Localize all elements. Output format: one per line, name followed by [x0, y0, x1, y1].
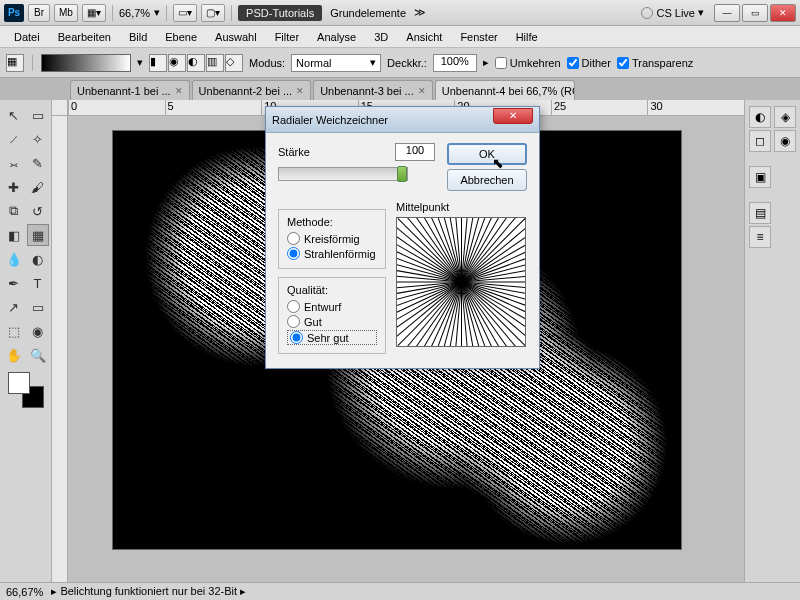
menu-datei[interactable]: Datei [6, 29, 48, 45]
blur-tool[interactable]: 💧 [3, 248, 25, 270]
close-icon[interactable]: ✕ [175, 86, 183, 96]
methode-kreis[interactable]: Kreisförmig [287, 232, 377, 245]
gradient-radial[interactable]: ◉ [168, 54, 186, 72]
chevron-down-icon[interactable]: ▾ [154, 6, 160, 19]
methode-group: Methode: Kreisförmig Strahlenförmig [278, 209, 386, 269]
crop-tool[interactable]: ⟗ [3, 152, 25, 174]
qual-entwurf[interactable]: Entwurf [287, 300, 377, 313]
close-icon[interactable]: ✕ [418, 86, 426, 96]
view-extras-button[interactable]: ▦▾ [82, 4, 106, 22]
dialog-titlebar[interactable]: Radialer Weichzeichner ✕ [266, 107, 539, 133]
gradient-tool-preset[interactable]: ▦ [6, 54, 24, 72]
modus-select[interactable]: Normal▾ [291, 54, 381, 72]
status-zoom[interactable]: 66,67% [6, 586, 43, 598]
gradient-tool[interactable]: ▦ [27, 224, 49, 246]
cslive-icon [641, 7, 653, 19]
qual-gut[interactable]: Gut [287, 315, 377, 328]
styles-panel-icon[interactable]: ◻ [749, 130, 771, 152]
umkehren-checkbox[interactable]: Umkehren [495, 57, 561, 69]
deckkraft-input[interactable]: 100% [433, 54, 477, 72]
menu-analyse[interactable]: Analyse [309, 29, 364, 45]
eyedropper-tool[interactable]: ✎ [27, 152, 49, 174]
layers-panel-icon[interactable]: ▤ [749, 202, 771, 224]
lasso-tool[interactable]: ⟋ [3, 128, 25, 150]
dodge-tool[interactable]: ◐ [27, 248, 49, 270]
gradient-angle[interactable]: ◐ [187, 54, 205, 72]
modus-label: Modus: [249, 57, 285, 69]
menu-bild[interactable]: Bild [121, 29, 155, 45]
workspace-more-icon[interactable]: ≫ [414, 6, 426, 19]
shape-tool[interactable]: ▭ [27, 296, 49, 318]
path-tool[interactable]: ↗ [3, 296, 25, 318]
status-message: ▸ Belichtung funktioniert nur bei 32-Bit… [51, 585, 246, 598]
color-swatches[interactable] [8, 372, 44, 408]
channels-panel-icon[interactable]: ≡ [749, 226, 771, 248]
wand-tool[interactable]: ✧ [27, 128, 49, 150]
menu-bar: Datei Bearbeiten Bild Ebene Auswahl Filt… [0, 26, 800, 48]
minimize-button[interactable]: — [714, 4, 740, 22]
adjustments-panel-icon[interactable]: ◉ [774, 130, 796, 152]
minibridge-button[interactable]: Mb [54, 4, 78, 22]
hand-tool[interactable]: ✋ [3, 344, 25, 366]
maximize-button[interactable]: ▭ [742, 4, 768, 22]
heal-tool[interactable]: ✚ [3, 176, 25, 198]
3d-camera-tool[interactable]: ◉ [27, 320, 49, 342]
color-panel-icon[interactable]: ◐ [749, 106, 771, 128]
stamp-tool[interactable]: ⧉ [3, 200, 25, 222]
document-tab[interactable]: Unbenannt-3 bei ...✕ [313, 80, 433, 100]
eraser-tool[interactable]: ◧ [3, 224, 25, 246]
ok-button[interactable]: OK [447, 143, 527, 165]
menu-auswahl[interactable]: Auswahl [207, 29, 265, 45]
menu-ansicht[interactable]: Ansicht [398, 29, 450, 45]
swatches-panel-icon[interactable]: ◈ [774, 106, 796, 128]
gradient-reflected[interactable]: ▥ [206, 54, 224, 72]
menu-filter[interactable]: Filter [267, 29, 307, 45]
zoom-tool[interactable]: 🔍 [27, 344, 49, 366]
ruler-corner [52, 100, 68, 116]
menu-bearbeiten[interactable]: Bearbeiten [50, 29, 119, 45]
ruler-vertical[interactable] [52, 116, 68, 582]
type-tool[interactable]: T [27, 272, 49, 294]
menu-ebene[interactable]: Ebene [157, 29, 205, 45]
zoom-level[interactable]: 66,7% [119, 7, 150, 19]
gradient-diamond[interactable]: ◇ [225, 54, 243, 72]
gradient-linear[interactable]: ▮ [149, 54, 167, 72]
radial-blur-dialog: Radialer Weichzeichner ✕ Stärke 100 OK A… [265, 106, 540, 369]
staerke-slider[interactable] [278, 167, 408, 181]
pen-tool[interactable]: ✒ [3, 272, 25, 294]
workspace-grundelemente[interactable]: Grundelemente [330, 7, 406, 19]
chevron-down-icon[interactable]: ▾ [137, 56, 143, 69]
dither-checkbox[interactable]: Dither [567, 57, 611, 69]
transparenz-checkbox[interactable]: Transparenz [617, 57, 693, 69]
bridge-button[interactable]: Br [28, 4, 50, 22]
3d-tool[interactable]: ⬚ [3, 320, 25, 342]
menu-hilfe[interactable]: Hilfe [508, 29, 546, 45]
document-tab[interactable]: Unbenannt-1 bei ...✕ [70, 80, 190, 100]
move-tool[interactable]: ↖ [3, 104, 25, 126]
close-icon[interactable]: ✕ [296, 86, 304, 96]
cs-live-button[interactable]: CS Live ▾ [641, 6, 704, 19]
document-tab-active[interactable]: Unbenannt-4 bei 66,7% (RGB/8) *✕ [435, 80, 575, 100]
close-button[interactable]: ✕ [770, 4, 796, 22]
screen-mode-button[interactable]: ▢▾ [201, 4, 225, 22]
workspace-psd-tutorials[interactable]: PSD-Tutorials [238, 5, 322, 21]
brush-tool[interactable]: 🖌 [27, 176, 49, 198]
marquee-tool[interactable]: ▭ [27, 104, 49, 126]
qualitaet-label: Qualität: [287, 284, 377, 296]
panel-dock: ◐◈ ◻◉ ▣ ▤ ≡ [744, 100, 800, 582]
dialog-close-button[interactable]: ✕ [493, 108, 533, 124]
staerke-input[interactable]: 100 [395, 143, 435, 161]
cancel-button[interactable]: Abbrechen [447, 169, 527, 191]
menu-3d[interactable]: 3D [366, 29, 396, 45]
status-bar: 66,67% ▸ Belichtung funktioniert nur bei… [0, 582, 800, 600]
document-tab[interactable]: Unbenannt-2 bei ...✕ [192, 80, 312, 100]
masks-panel-icon[interactable]: ▣ [749, 166, 771, 188]
arrange-button[interactable]: ▭▾ [173, 4, 197, 22]
qual-sehrgut[interactable]: Sehr gut [287, 330, 377, 345]
menu-fenster[interactable]: Fenster [452, 29, 505, 45]
mittelpunkt-preview[interactable] [396, 217, 526, 347]
methode-strahlen[interactable]: Strahlenförmig [287, 247, 377, 260]
gradient-preview[interactable] [41, 54, 131, 72]
history-brush-tool[interactable]: ↺ [27, 200, 49, 222]
foreground-color-swatch[interactable] [8, 372, 30, 394]
